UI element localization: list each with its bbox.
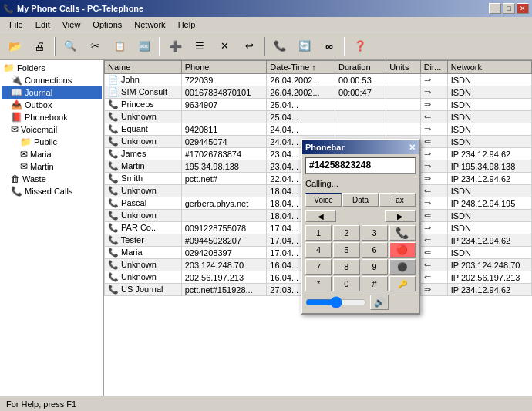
col-duration[interactable]: Duration <box>335 61 386 74</box>
cell-name: 📄 John <box>105 74 182 86</box>
cell-datetime: 25.04... <box>267 111 335 123</box>
sidebar: 📁 Folders 🔌 Connections 📖 Journal 📤 Outb… <box>0 60 104 396</box>
key-star[interactable]: * <box>305 276 332 291</box>
menu-view[interactable]: View <box>56 19 87 31</box>
loop-btn[interactable]: ∞ <box>318 35 341 57</box>
cell-network: IP 203.124.248.70 <box>447 259 531 271</box>
col-datetime[interactable]: Date-Time ↑ <box>267 61 335 74</box>
key-hash[interactable]: # <box>362 276 388 291</box>
cell-units <box>386 74 420 86</box>
cell-name: 📞 Unknown <box>105 271 182 284</box>
key-4[interactable]: 4 <box>305 242 332 258</box>
phonebar-speaker-btn[interactable]: 🔊 <box>370 295 389 310</box>
cell-datetime: 26.04.2002... <box>267 74 335 86</box>
minimize-button[interactable]: _ <box>489 3 501 14</box>
col-network[interactable]: Network <box>447 61 531 74</box>
list-btn[interactable]: ☰ <box>188 35 211 57</box>
add-btn[interactable]: ➕ <box>163 35 187 57</box>
delete-btn[interactable]: ✂ <box>83 35 106 57</box>
cell-dir: ⇐ <box>420 259 447 271</box>
close-x-btn[interactable]: ✕ <box>213 35 236 57</box>
key-hangup[interactable]: 🔴 <box>389 242 416 258</box>
key-1[interactable]: 1 <box>305 225 332 241</box>
cell-phone: 0294208397 <box>181 247 267 259</box>
table-row[interactable]: 📄 John 722039 26.04.2002... 00:00:53 ⇒ I… <box>105 74 532 86</box>
cell-units <box>386 111 420 123</box>
sidebar-label-journal: Journal <box>25 88 52 97</box>
dial-btn[interactable]: 📞 <box>268 35 291 57</box>
open-folder-btn[interactable]: 📂 <box>3 35 26 57</box>
phonebar-tab-data[interactable]: Data <box>342 193 379 207</box>
col-phone[interactable]: Phone <box>181 61 267 74</box>
phone-icon: 📞 <box>108 260 119 269</box>
menu-help[interactable]: Help <box>172 19 202 31</box>
close-button[interactable]: ✕ <box>517 3 529 14</box>
menu-options[interactable]: Options <box>86 19 128 31</box>
key-5[interactable]: 5 <box>333 242 359 258</box>
sidebar-label-voicemail: Voicemail <box>21 125 57 134</box>
undo-btn[interactable]: ↩ <box>237 35 261 57</box>
cell-network: ISDN <box>447 247 531 259</box>
cell-name: 📞 Unknown <box>105 185 182 197</box>
cell-name: 📞 Princeps <box>105 99 182 111</box>
phonebar-next-button[interactable]: ▶ <box>385 210 416 222</box>
menu-edit[interactable]: Edit <box>29 19 56 31</box>
volume-slider[interactable] <box>305 297 367 308</box>
key-3[interactable]: 3 <box>362 225 388 241</box>
maximize-button[interactable]: □ <box>503 3 515 14</box>
table-row[interactable]: 📞 Unknown 25.04... ⇐ ISDN <box>105 111 532 123</box>
phonebar-tab-voice[interactable]: Voice <box>305 193 342 207</box>
sort-btn[interactable]: 📋 <box>108 35 131 57</box>
filter-btn[interactable]: 🔤 <box>133 35 156 57</box>
menu-network[interactable]: Network <box>128 19 171 31</box>
sidebar-item-folders[interactable]: 📁 Folders <box>2 62 102 74</box>
phonebar-nav: ◀ ▶ <box>305 210 416 222</box>
table-row[interactable]: 📞 Equant 9420811 24.04... ⇒ ISDN <box>105 123 532 136</box>
sidebar-item-outbox[interactable]: 📤 Outbox <box>2 99 102 111</box>
col-name[interactable]: Name <box>105 61 182 74</box>
keypad: 1 2 3 📞 4 5 6 🔴 7 8 9 ⚫ * 0 # 🔑 <box>305 225 416 291</box>
refresh-btn[interactable]: 🔄 <box>293 35 316 57</box>
col-dir[interactable]: Dir... <box>420 61 447 74</box>
key-0[interactable]: 0 <box>333 276 359 291</box>
cell-name: 📞 Maria <box>105 247 182 259</box>
cell-dir: ⇐ <box>420 185 447 197</box>
key-9[interactable]: 9 <box>362 259 388 275</box>
table-row[interactable]: 📄 SIM Consult 00167834870101 26.04.2002.… <box>105 86 532 99</box>
sidebar-item-maria[interactable]: ✉ Maria <box>2 148 102 160</box>
col-units[interactable]: Units <box>386 61 420 74</box>
phonebar-prev-button[interactable]: ◀ <box>305 210 336 222</box>
cell-name: 📞 US Journal <box>105 284 182 296</box>
cell-network: ISDN <box>447 99 531 111</box>
sidebar-item-martin[interactable]: ✉ Martin <box>2 160 102 173</box>
menu-file[interactable]: File <box>3 19 29 31</box>
sidebar-item-phonebook[interactable]: 📕 Phonebook <box>2 111 102 123</box>
key-special[interactable]: 🔑 <box>389 276 416 291</box>
help-btn[interactable]: ❓ <box>348 35 372 57</box>
key-6[interactable]: 6 <box>362 242 388 258</box>
phonebar-tab-fax[interactable]: Fax <box>379 193 416 207</box>
phonebar-close-button[interactable]: ✕ <box>409 143 416 153</box>
cell-phone: 9420811 <box>181 123 267 136</box>
sidebar-item-public[interactable]: 📁 Public <box>2 136 102 148</box>
cell-network: ISDN <box>447 86 531 99</box>
sidebar-item-missed-calls[interactable]: 📞 Missed Calls <box>2 185 102 197</box>
phone-icon: 📞 <box>108 124 119 133</box>
table-row[interactable]: 📞 Princeps 9634907 25.04... ⇒ ISDN <box>105 99 532 111</box>
folders-icon: 📁 <box>3 62 15 73</box>
key-8[interactable]: 8 <box>333 259 359 275</box>
key-2[interactable]: 2 <box>333 225 359 241</box>
key-7[interactable]: 7 <box>305 259 332 275</box>
phone-icon: 📞 <box>108 149 119 158</box>
print-btn[interactable]: 🖨 <box>28 35 51 57</box>
key-mute[interactable]: ⚫ <box>389 259 416 275</box>
sidebar-item-waste[interactable]: 🗑 Waste <box>2 173 102 185</box>
sidebar-item-connections[interactable]: 🔌 Connections <box>2 74 102 86</box>
search-btn[interactable]: 🔍 <box>59 35 82 57</box>
cell-network: ISDN <box>447 111 531 123</box>
table-header-row: Name Phone Date-Time ↑ Duration Units Di… <box>105 61 532 74</box>
sidebar-item-voicemail[interactable]: ✉ Voicemail <box>2 123 102 136</box>
sidebar-item-journal[interactable]: 📖 Journal <box>2 86 102 99</box>
key-call[interactable]: 📞 <box>389 225 416 241</box>
cell-phone: pctt.net# <box>181 173 267 185</box>
